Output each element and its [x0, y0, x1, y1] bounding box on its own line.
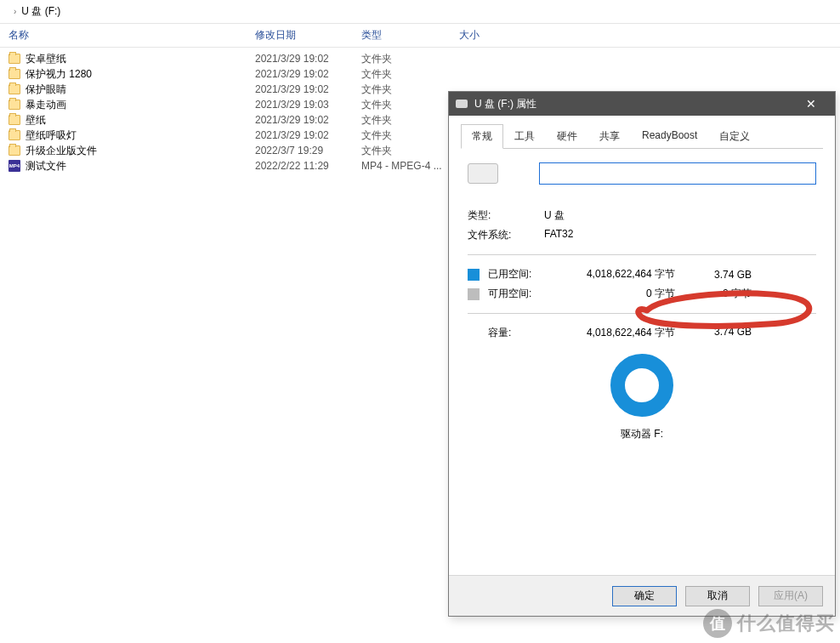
drive-label: 驱动器 F: — [468, 427, 816, 441]
column-header-row: 名称 修改日期 类型 大小 — [0, 24, 840, 48]
used-space-bytes: 4,018,622,464 字节 — [556, 267, 692, 282]
file-date: 2022/2/22 11:29 — [247, 160, 353, 172]
type-value: U 盘 — [544, 208, 565, 223]
file-name: 安卓壁纸 — [26, 52, 66, 66]
tab-工具[interactable]: 工具 — [503, 124, 546, 149]
capacity-gb: 3.74 GB — [692, 326, 752, 340]
free-space-label: 可用空间: — [488, 287, 556, 301]
folder-icon — [9, 100, 20, 110]
file-date: 2021/3/29 19:02 — [247, 114, 353, 126]
file-name: 保护视力 1280 — [26, 67, 92, 82]
close-icon: ✕ — [806, 97, 816, 111]
file-date: 2021/3/29 19:02 — [247, 68, 353, 80]
filesystem-label: 文件系统: — [468, 228, 544, 242]
tab-strip: 常规工具硬件共享ReadyBoost自定义 — [449, 116, 835, 149]
dialog-title: U 盘 (F:) 属性 — [474, 97, 536, 111]
file-date: 2022/3/7 19:29 — [247, 145, 353, 156]
file-type: 文件夹 — [353, 52, 451, 66]
column-header-name[interactable]: 名称 — [0, 28, 247, 43]
divider — [468, 313, 816, 314]
file-name: 暴走动画 — [26, 98, 66, 112]
used-space-gb: 3.74 GB — [692, 269, 752, 281]
type-label: 类型: — [468, 208, 544, 223]
column-header-type[interactable]: 类型 — [353, 28, 451, 43]
disk-usage-chart — [610, 354, 673, 417]
tab-readyboost[interactable]: ReadyBoost — [631, 124, 708, 149]
capacity-bytes: 4,018,622,464 字节 — [556, 326, 692, 340]
folder-icon — [9, 69, 20, 79]
tab-自定义[interactable]: 自定义 — [708, 124, 761, 149]
divider — [468, 254, 816, 255]
drive-icon-large — [468, 163, 498, 184]
chevron-right-icon: › — [14, 7, 16, 16]
apply-button[interactable]: 应用(A) — [758, 586, 823, 606]
file-name: 升级企业版文件 — [26, 144, 97, 158]
file-name: 保护眼睛 — [26, 83, 66, 97]
watermark: 值 什么值得买 — [703, 609, 835, 638]
file-name: 壁纸呼吸灯 — [26, 128, 77, 143]
mp4-icon: MP4 — [9, 160, 20, 172]
capacity-label: 容量: — [468, 326, 556, 340]
file-row[interactable]: 保护视力 12802021/3/29 19:02文件夹 — [0, 66, 840, 82]
folder-icon — [9, 84, 20, 94]
free-space-gb: 0 字节 — [692, 287, 752, 301]
file-type: 文件夹 — [353, 128, 451, 143]
column-header-date[interactable]: 修改日期 — [247, 28, 353, 43]
cancel-button[interactable]: 取消 — [685, 586, 750, 606]
watermark-icon: 值 — [703, 609, 732, 638]
file-date: 2021/3/29 19:03 — [247, 99, 353, 111]
dialog-titlebar[interactable]: U 盘 (F:) 属性 ✕ — [449, 92, 835, 116]
folder-icon — [9, 145, 20, 156]
file-type: 文件夹 — [353, 67, 451, 82]
tab-硬件[interactable]: 硬件 — [546, 124, 588, 149]
file-type: 文件夹 — [353, 98, 451, 112]
folder-icon — [9, 54, 20, 64]
close-button[interactable]: ✕ — [794, 92, 828, 116]
used-space-label: 已用空间: — [488, 267, 556, 282]
free-space-bytes: 0 字节 — [556, 287, 692, 301]
file-row[interactable]: 安卓壁纸2021/3/29 19:02文件夹 — [0, 51, 840, 66]
folder-icon — [9, 115, 20, 125]
tab-共享[interactable]: 共享 — [588, 124, 631, 149]
folder-icon — [9, 130, 20, 140]
file-type: 文件夹 — [353, 144, 451, 158]
breadcrumb-segment[interactable]: U 盘 (F:) — [21, 4, 60, 19]
watermark-text: 什么值得买 — [737, 611, 835, 636]
file-date: 2021/3/29 19:02 — [247, 129, 353, 141]
ok-button[interactable]: 确定 — [612, 586, 677, 606]
file-date: 2021/3/29 19:02 — [247, 53, 353, 65]
used-space-swatch — [468, 269, 480, 281]
file-type: 文件夹 — [353, 83, 451, 97]
drive-icon — [456, 100, 468, 108]
column-header-size[interactable]: 大小 — [451, 28, 840, 43]
file-date: 2021/3/29 19:02 — [247, 83, 353, 95]
file-type: MP4 - MPEG-4 ... — [353, 160, 451, 172]
file-name: 壁纸 — [26, 113, 46, 128]
filesystem-value: FAT32 — [544, 228, 573, 242]
properties-dialog: U 盘 (F:) 属性 ✕ 常规工具硬件共享ReadyBoost自定义 类型:U… — [448, 91, 836, 617]
file-name: 测试文件 — [26, 159, 66, 174]
drive-name-input[interactable] — [539, 162, 816, 185]
file-type: 文件夹 — [353, 113, 451, 128]
free-space-swatch — [468, 288, 480, 300]
breadcrumb[interactable]: › U 盘 (F:) — [0, 0, 840, 24]
tab-常规[interactable]: 常规 — [461, 124, 503, 149]
